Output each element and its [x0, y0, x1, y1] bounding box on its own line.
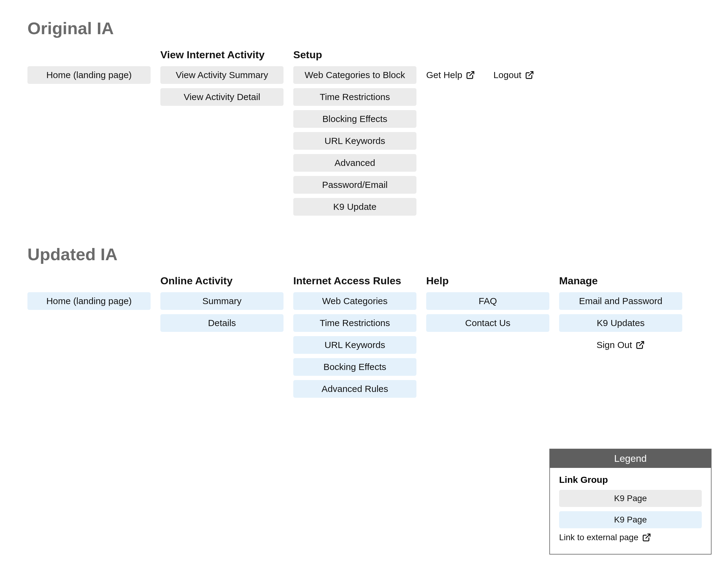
legend-group-heading: Link Group: [559, 475, 702, 485]
original-columns: . Home (landing page) View Internet Acti…: [27, 47, 701, 220]
pill-label: K9 Update: [333, 202, 377, 212]
sign-out-link[interactable]: Sign Out: [559, 336, 682, 354]
updated-col-rules: Internet Access Rules Web Categories Tim…: [293, 273, 416, 402]
svg-line-0: [470, 72, 474, 76]
pill-home-original[interactable]: Home (landing page): [27, 66, 151, 84]
pill-summary[interactable]: Summary: [160, 292, 284, 310]
pill-time-restrictions-original[interactable]: Time Restrictions: [293, 88, 416, 106]
pill-advanced-original[interactable]: Advanced: [293, 154, 416, 172]
top-links-row: Get Help Logout: [426, 66, 549, 88]
col-heading: Online Activity: [160, 273, 284, 287]
link-label: Sign Out: [597, 340, 632, 350]
legend-body: Link Group K9 Page K9 Page Link to exter…: [550, 468, 711, 554]
pill-label: K9 Page: [614, 493, 646, 503]
pill-label: Web Categories to Block: [305, 70, 405, 80]
col-heading: View Internet Activity: [160, 47, 284, 61]
pill-label: K9 Page: [614, 515, 646, 525]
pill-url-keywords-original[interactable]: URL Keywords: [293, 132, 416, 150]
legend-box: Legend Link Group K9 Page K9 Page Link t…: [549, 449, 712, 555]
updated-col-manage: Manage Email and Password K9 Updates Sig…: [559, 273, 682, 358]
external-link-icon: [525, 71, 534, 80]
pill-blocking-effects-original[interactable]: Blocking Effects: [293, 110, 416, 128]
logout-link[interactable]: Logout: [493, 66, 534, 84]
col-heading: Help: [426, 273, 549, 287]
pill-label: Advanced Rules: [322, 384, 388, 394]
pill-web-categories-to-block[interactable]: Web Categories to Block: [293, 66, 416, 84]
pill-label: View Activity Summary: [176, 70, 268, 80]
pill-details[interactable]: Details: [160, 314, 284, 332]
legend-ext-link: Link to external page: [559, 533, 702, 542]
pill-email-and-password[interactable]: Email and Password: [559, 292, 682, 310]
pill-k9-updates[interactable]: K9 Updates: [559, 314, 682, 332]
pill-label: Time Restrictions: [320, 92, 390, 102]
updated-col-help: Help FAQ Contact Us: [426, 273, 549, 336]
pill-label: Web Categories: [322, 296, 388, 306]
original-col-activity: View Internet Activity View Activity Sum…: [160, 47, 284, 110]
pill-label: Password/Email: [322, 180, 388, 190]
legend-pill-blue: K9 Page: [559, 511, 702, 528]
pill-k9-update[interactable]: K9 Update: [293, 198, 416, 216]
col-heading: Setup: [293, 47, 416, 61]
get-help-link[interactable]: Get Help: [426, 66, 475, 84]
pill-home-updated[interactable]: Home (landing page): [27, 292, 151, 310]
pill-label: Bocking Effects: [323, 362, 386, 372]
pill-label: FAQ: [479, 296, 497, 306]
pill-view-activity-summary[interactable]: View Activity Summary: [160, 66, 284, 84]
pill-label: Email and Password: [579, 296, 662, 306]
canvas: Original IA . Home (landing page) View I…: [0, 0, 728, 571]
original-col-setup: Setup Web Categories to Block Time Restr…: [293, 47, 416, 220]
pill-advanced-rules[interactable]: Advanced Rules: [293, 380, 416, 398]
pill-web-categories[interactable]: Web Categories: [293, 292, 416, 310]
pill-faq[interactable]: FAQ: [426, 292, 549, 310]
original-ia-section: Original IA . Home (landing page) View I…: [27, 18, 701, 220]
pill-label: Time Restrictions: [320, 318, 390, 328]
link-label: Link to external page: [559, 533, 638, 542]
col-heading: Internet Access Rules: [293, 273, 416, 287]
pill-label: URL Keywords: [325, 340, 385, 350]
external-link-icon: [636, 340, 645, 350]
pill-contact-us[interactable]: Contact Us: [426, 314, 549, 332]
pill-label: Summary: [202, 296, 242, 306]
pill-label: Details: [208, 318, 236, 328]
pill-label: K9 Updates: [597, 318, 645, 328]
legend-title: Legend: [550, 449, 711, 468]
pill-label: Contact Us: [465, 318, 510, 328]
updated-col-online-activity: Online Activity Summary Details: [160, 273, 284, 336]
pill-view-activity-detail[interactable]: View Activity Detail: [160, 88, 284, 106]
pill-bocking-effects[interactable]: Bocking Effects: [293, 358, 416, 376]
pill-label: Home (landing page): [46, 70, 132, 80]
pill-url-keywords-updated[interactable]: URL Keywords: [293, 336, 416, 354]
pill-label: Advanced: [334, 158, 375, 168]
svg-line-3: [646, 534, 650, 538]
svg-line-1: [529, 72, 533, 76]
original-col-toplinks: . Get Help Logout: [426, 47, 549, 88]
original-col-home: . Home (landing page): [27, 47, 151, 88]
updated-col-home: . Home (landing page): [27, 273, 151, 314]
pill-label: URL Keywords: [325, 136, 385, 146]
link-label: Logout: [493, 70, 521, 80]
pill-label: View Activity Detail: [183, 92, 260, 102]
pill-time-restrictions-updated[interactable]: Time Restrictions: [293, 314, 416, 332]
pill-label: Blocking Effects: [322, 114, 388, 124]
svg-line-2: [639, 342, 644, 346]
external-link-icon: [466, 71, 475, 80]
legend-pill-gray: K9 Page: [559, 490, 702, 507]
updated-ia-section: Updated IA . Home (landing page) Online …: [27, 244, 701, 402]
updated-title: Updated IA: [27, 244, 701, 264]
pill-label: Home (landing page): [46, 296, 132, 306]
external-link-icon: [642, 533, 651, 542]
pill-password-email[interactable]: Password/Email: [293, 176, 416, 194]
link-label: Get Help: [426, 70, 462, 80]
updated-columns: . Home (landing page) Online Activity Su…: [27, 273, 701, 402]
original-title: Original IA: [27, 18, 701, 38]
col-heading: Manage: [559, 273, 682, 287]
